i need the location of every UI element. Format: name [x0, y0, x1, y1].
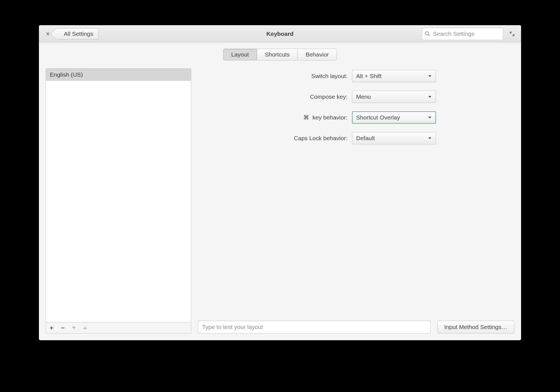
- close-icon: [46, 32, 50, 36]
- chevron-down-icon: [428, 136, 432, 140]
- move-down-button: [82, 325, 88, 331]
- main-area: English (US): [39, 63, 521, 340]
- tabs: Layout Shortcuts Behavior: [223, 49, 337, 60]
- caps-lock-label: Caps Lock behavior:: [294, 135, 347, 142]
- cmd-key-behavior-value: Shortcut Overlay: [356, 114, 400, 121]
- right-area: Switch layout: Alt + Shift Compose key: …: [198, 68, 514, 334]
- maximize-icon: [510, 31, 515, 36]
- minus-icon: [60, 326, 65, 330]
- cmd-key-behavior-row: ⌘ key behavior: Shortcut Overlay: [303, 111, 436, 124]
- search-container: [422, 28, 503, 40]
- settings-window: All Settings Keyboard Layout Shortcuts: [39, 25, 521, 340]
- switch-layout-combo[interactable]: Alt + Shift: [352, 70, 436, 82]
- chevron-down-icon: [428, 95, 432, 99]
- add-layout-button[interactable]: [48, 325, 55, 331]
- cmd-key-behavior-combo[interactable]: Shortcut Overlay: [352, 111, 436, 124]
- switch-layout-row: Switch layout: Alt + Shift: [311, 70, 436, 82]
- layout-list-item[interactable]: English (US): [46, 69, 191, 81]
- switch-layout-label: Switch layout:: [311, 73, 347, 79]
- chevron-down-icon: [428, 74, 432, 78]
- arrow-down-icon: [83, 326, 87, 330]
- layout-sidebar: English (US): [46, 68, 191, 334]
- settings-rows: Switch layout: Alt + Shift Compose key: …: [198, 68, 436, 144]
- bottom-row: Input Method Settings…: [198, 321, 514, 334]
- input-method-settings-button[interactable]: Input Method Settings…: [437, 321, 514, 334]
- back-all-settings-button[interactable]: All Settings: [56, 28, 99, 39]
- caps-lock-value: Default: [356, 135, 375, 142]
- maximize-button[interactable]: [507, 29, 517, 39]
- plus-icon: [49, 326, 54, 330]
- tab-shortcuts[interactable]: Shortcuts: [257, 49, 298, 60]
- layout-list[interactable]: English (US): [46, 68, 191, 322]
- compose-key-value: Menu: [356, 93, 371, 100]
- caps-lock-row: Caps Lock behavior: Default: [294, 132, 436, 144]
- remove-layout-button[interactable]: [59, 325, 66, 331]
- search-input[interactable]: [422, 28, 503, 40]
- tabs-row: Layout Shortcuts Behavior: [39, 43, 521, 63]
- compose-key-combo[interactable]: Menu: [352, 91, 436, 103]
- tab-layout[interactable]: Layout: [223, 49, 257, 60]
- header-right: [422, 28, 517, 40]
- compose-key-label: Compose key:: [310, 93, 347, 100]
- back-label: All Settings: [64, 30, 93, 37]
- content-area: Layout Shortcuts Behavior English (US): [39, 43, 521, 340]
- move-up-button: [71, 325, 77, 331]
- window-title: Keyboard: [267, 30, 294, 37]
- tab-behavior[interactable]: Behavior: [298, 49, 337, 60]
- arrow-up-icon: [72, 326, 76, 330]
- switch-layout-value: Alt + Shift: [356, 73, 381, 79]
- compose-key-row: Compose key: Menu: [310, 91, 436, 103]
- cmd-key-behavior-label: ⌘ key behavior:: [303, 114, 347, 121]
- caps-lock-combo[interactable]: Default: [352, 132, 436, 144]
- test-layout-input[interactable]: [198, 321, 431, 334]
- layout-toolbar: [46, 322, 191, 334]
- command-icon: ⌘: [303, 114, 309, 121]
- titlebar: All Settings Keyboard: [39, 25, 521, 43]
- chevron-down-icon: [428, 116, 432, 119]
